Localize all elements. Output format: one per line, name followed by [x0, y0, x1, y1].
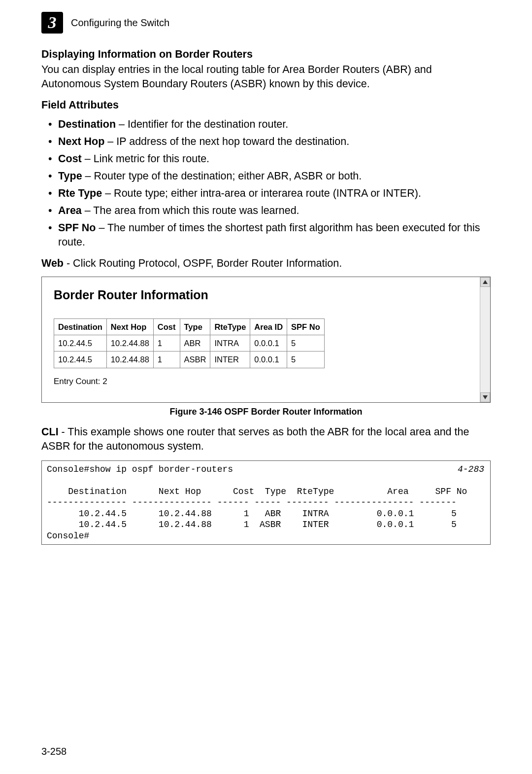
- chapter-title: Configuring the Switch: [71, 17, 169, 29]
- table-row: 10.2.44.5 10.2.44.88 1 ABR INTRA 0.0.0.1…: [54, 335, 325, 352]
- attr-desc: Router type of the destination; either A…: [94, 170, 362, 182]
- field-attributes-list: Destination – Identifier for the destina…: [41, 117, 491, 249]
- list-item: SPF No – The number of times the shortes…: [41, 221, 491, 249]
- list-item: Destination – Identifier for the destina…: [41, 117, 491, 132]
- web-text: - Click Routing Protocol, OSPF, Border R…: [64, 257, 342, 269]
- chevron-up-icon: [483, 280, 488, 284]
- cell-spf-no: 5: [287, 352, 325, 368]
- cell-next-hop: 10.2.44.88: [106, 335, 153, 352]
- border-router-table: Destination Next Hop Cost Type RteType A…: [54, 318, 325, 368]
- attr-name: SPF No: [58, 222, 96, 234]
- field-attributes-heading: Field Attributes: [41, 98, 491, 112]
- web-instruction: Web - Click Routing Protocol, OSPF, Bord…: [41, 256, 491, 271]
- section-heading: Displaying Information on Border Routers: [41, 47, 491, 62]
- cell-type: ASBR: [180, 352, 210, 368]
- list-item: Type – Router type of the destination; e…: [41, 169, 491, 183]
- scroll-up-button[interactable]: [480, 277, 490, 287]
- list-item: Cost – Link metric for this route.: [41, 152, 491, 166]
- list-item: Rte Type – Route type; either intra-area…: [41, 186, 491, 201]
- attr-desc: IP address of the next hop toward the de…: [116, 136, 349, 147]
- attr-name: Next Hop: [58, 136, 104, 147]
- cli-intro: CLI - This example shows one router that…: [41, 425, 491, 454]
- cell-area-id: 0.0.0.1: [250, 352, 287, 368]
- col-next-hop: Next Hop: [106, 318, 153, 335]
- attr-desc: Identifier for the destination router.: [128, 118, 288, 130]
- cli-ref: 4-283: [458, 464, 484, 475]
- cli-text-body: Console#show ip ospf border-routers Dest…: [47, 464, 467, 541]
- list-item: Area – The area from which this route wa…: [41, 204, 491, 218]
- page-number: 3-258: [41, 746, 66, 757]
- chevron-down-icon: [483, 395, 488, 399]
- cell-spf-no: 5: [287, 335, 325, 352]
- cell-rtetype: INTER: [210, 352, 250, 368]
- web-label: Web: [41, 257, 64, 269]
- col-rtetype: RteType: [210, 318, 250, 335]
- page: 3 Configuring the Switch Displaying Info…: [0, 0, 532, 774]
- attr-name: Type: [58, 170, 82, 182]
- attr-name: Area: [58, 205, 82, 216]
- figure-caption: Figure 3-146 OSPF Border Router Informat…: [41, 406, 491, 418]
- col-cost: Cost: [153, 318, 180, 335]
- col-area-id: Area ID: [250, 318, 287, 335]
- attr-name: Cost: [58, 153, 82, 165]
- col-destination: Destination: [54, 318, 107, 335]
- chapter-header: 3 Configuring the Switch: [41, 12, 491, 34]
- attr-desc: Route type; either intra-area or interar…: [114, 187, 421, 199]
- figure-heading: Border Router Information: [54, 287, 490, 304]
- figure-panel: Border Router Information Destination Ne…: [41, 277, 491, 403]
- attr-name: Rte Type: [58, 187, 102, 199]
- entry-count: Entry Count: 2: [54, 376, 490, 387]
- chapter-badge: 3: [41, 12, 63, 34]
- attr-name: Destination: [58, 118, 116, 130]
- col-spf-no: SPF No: [287, 318, 325, 335]
- cell-destination: 10.2.44.5: [54, 335, 107, 352]
- scrollbar[interactable]: [480, 277, 490, 402]
- attr-desc: The number of times the shortest path fi…: [58, 222, 480, 248]
- cell-cost: 1: [153, 352, 180, 368]
- attr-desc: The area from which this route was learn…: [93, 205, 299, 216]
- cell-area-id: 0.0.0.1: [250, 335, 287, 352]
- cell-type: ABR: [180, 335, 210, 352]
- body-content: Displaying Information on Border Routers…: [41, 47, 491, 545]
- col-type: Type: [180, 318, 210, 335]
- cell-rtetype: INTRA: [210, 335, 250, 352]
- cell-destination: 10.2.44.5: [54, 352, 107, 368]
- attr-desc: Link metric for this route.: [94, 153, 209, 165]
- cell-cost: 1: [153, 335, 180, 352]
- cli-output: 4-283Console#show ip ospf border-routers…: [41, 460, 491, 545]
- chapter-number: 3: [48, 14, 57, 31]
- cli-label: CLI: [41, 426, 59, 438]
- list-item: Next Hop – IP address of the next hop to…: [41, 135, 491, 149]
- table-row: 10.2.44.5 10.2.44.88 1 ASBR INTER 0.0.0.…: [54, 352, 325, 368]
- cli-text: - This example shows one router that ser…: [41, 426, 469, 452]
- cell-next-hop: 10.2.44.88: [106, 352, 153, 368]
- scroll-down-button[interactable]: [480, 392, 490, 402]
- figure-inner: Border Router Information Destination Ne…: [54, 287, 490, 392]
- section-intro: You can display entries in the local rou…: [41, 63, 491, 91]
- table-header-row: Destination Next Hop Cost Type RteType A…: [54, 318, 325, 335]
